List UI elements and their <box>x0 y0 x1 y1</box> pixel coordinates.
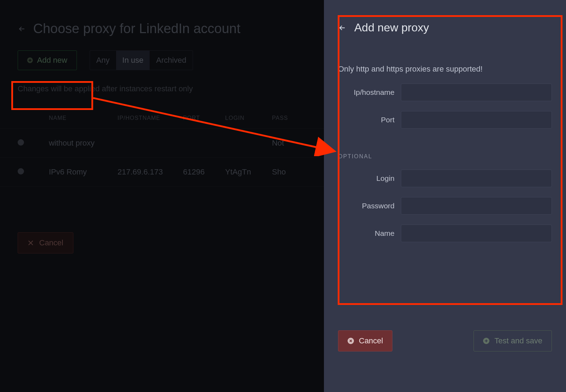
filter-in-use[interactable]: In use <box>116 51 150 70</box>
col-login: LOGIN <box>225 115 272 121</box>
filter-any[interactable]: Any <box>90 51 116 70</box>
label-login: Login <box>338 174 395 183</box>
side-title: Add new proxy <box>354 21 429 34</box>
proxy-chooser-panel: Choose proxy for LinkedIn account Add ne… <box>0 0 324 392</box>
field-ip-row: Ip/hostname <box>338 84 552 101</box>
side-buttons: Cancel Test and save <box>338 330 552 351</box>
filter-archived[interactable]: Archived <box>150 51 193 70</box>
table-row[interactable]: IPv6 Romy 217.69.6.173 61296 YtAgTn Sho <box>0 158 324 186</box>
cell-ip: 217.69.6.173 <box>118 167 183 177</box>
test-save-label: Test and save <box>494 336 542 345</box>
field-name-row: Name <box>338 225 552 242</box>
test-and-save-button[interactable]: Test and save <box>474 330 552 351</box>
side-cancel-button[interactable]: Cancel <box>338 330 392 351</box>
name-input[interactable] <box>401 225 552 242</box>
col-ip: IP/HOSTNAME <box>118 115 183 121</box>
password-input[interactable] <box>401 197 552 215</box>
cell-pass: Not <box>272 139 306 148</box>
table-header: NAME IP/HOSTNAME PORT LOGIN PASS <box>0 108 324 129</box>
label-name: Name <box>338 229 395 238</box>
radio-icon[interactable] <box>18 168 24 174</box>
cell-name: without proxy <box>49 139 118 148</box>
cell-login: YtAgTn <box>225 167 272 177</box>
add-new-wrap: Add new <box>18 50 77 70</box>
side-cancel-label: Cancel <box>359 336 383 345</box>
label-password: Password <box>338 202 395 210</box>
col-name: NAME <box>49 115 118 121</box>
field-port-row: Port <box>338 111 552 129</box>
label-ip: Ip/hostname <box>338 88 395 97</box>
ip-input[interactable] <box>401 84 552 101</box>
proxy-table: NAME IP/HOSTNAME PORT LOGIN PASS without… <box>0 108 324 186</box>
back-arrow-icon[interactable] <box>18 25 26 33</box>
login-input[interactable] <box>401 170 552 187</box>
field-password-row: Password <box>338 197 552 215</box>
cell-pass: Sho <box>272 167 306 177</box>
main-header: Choose proxy for LinkedIn account <box>0 0 324 50</box>
radio-icon[interactable] <box>18 139 24 146</box>
table-row[interactable]: without proxy Not <box>0 129 324 158</box>
page-title: Choose proxy for LinkedIn account <box>33 21 240 36</box>
proxy-hint: Only http and https proxies are supporte… <box>338 65 552 74</box>
label-port: Port <box>338 116 395 124</box>
restart-notice: Changes will be applied after instances … <box>0 70 324 93</box>
add-new-label: Add new <box>37 56 67 65</box>
col-pass: PASS <box>272 115 306 121</box>
side-header: Add new proxy <box>338 21 552 34</box>
cell-name: IPv6 Romy <box>49 167 118 177</box>
back-arrow-icon[interactable] <box>338 24 347 32</box>
add-proxy-panel: Add new proxy Only http and https proxie… <box>324 0 566 392</box>
actions-row: Add new Any In use Archived <box>0 50 324 70</box>
col-port: PORT <box>183 115 225 121</box>
main-cancel-label: Cancel <box>39 238 63 247</box>
port-input[interactable] <box>401 111 552 129</box>
filter-segmented: Any In use Archived <box>90 50 193 70</box>
cell-port: 61296 <box>183 167 225 177</box>
add-new-button[interactable]: Add new <box>18 50 77 70</box>
optional-label: OPTIONAL <box>338 153 552 160</box>
field-login-row: Login <box>338 170 552 187</box>
main-cancel-button[interactable]: Cancel <box>18 232 73 253</box>
